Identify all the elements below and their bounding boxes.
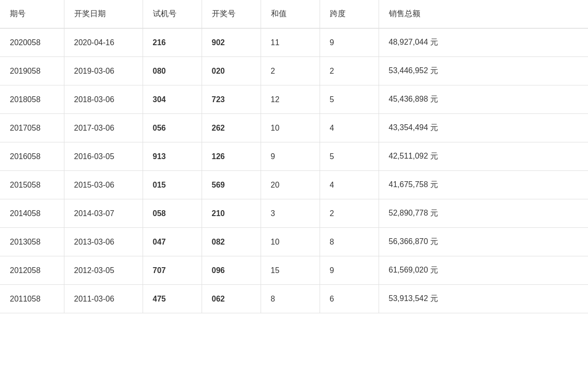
table-row: 20150582015-03-0601556920441,675,758 元 <box>0 171 588 199</box>
col-header-sum: 和值 <box>261 0 320 28</box>
lottery-table-container: 期号 开奖日期 试机号 开奖号 和值 跨度 销售总额 20200582020-0… <box>0 0 588 313</box>
table-row: 20170582017-03-0605626210443,354,494 元 <box>0 114 588 142</box>
cell-trial: 015 <box>143 171 202 199</box>
cell-date: 2016-03-05 <box>64 142 143 171</box>
cell-sales: 41,675,758 元 <box>379 171 588 199</box>
cell-date: 2013-03-06 <box>64 228 143 256</box>
cell-trial: 304 <box>143 85 202 114</box>
cell-winning: 723 <box>202 85 261 114</box>
cell-sales: 43,354,494 元 <box>379 114 588 142</box>
cell-period: 2014058 <box>0 199 64 228</box>
cell-sales: 42,511,092 元 <box>379 142 588 171</box>
cell-span: 9 <box>320 28 379 57</box>
cell-date: 2018-03-06 <box>64 85 143 114</box>
cell-period: 2015058 <box>0 171 64 199</box>
cell-winning: 262 <box>202 114 261 142</box>
cell-trial: 913 <box>143 142 202 171</box>
cell-sales: 52,890,778 元 <box>379 199 588 228</box>
cell-winning: 126 <box>202 142 261 171</box>
cell-date: 2019-03-06 <box>64 57 143 85</box>
cell-trial: 056 <box>143 114 202 142</box>
cell-sales: 53,913,542 元 <box>379 285 588 313</box>
cell-period: 2019058 <box>0 57 64 85</box>
cell-sales: 56,366,870 元 <box>379 228 588 256</box>
cell-sales: 45,436,898 元 <box>379 85 588 114</box>
col-header-period: 期号 <box>0 0 64 28</box>
table-row: 20160582016-03-059131269542,511,092 元 <box>0 142 588 171</box>
cell-date: 2014-03-07 <box>64 199 143 228</box>
table-body: 20200582020-04-1621690211948,927,044 元20… <box>0 28 588 313</box>
cell-winning: 569 <box>202 171 261 199</box>
col-header-trial: 试机号 <box>143 0 202 28</box>
table-row: 20180582018-03-0630472312545,436,898 元 <box>0 85 588 114</box>
cell-period: 2011058 <box>0 285 64 313</box>
cell-date: 2011-03-06 <box>64 285 143 313</box>
cell-trial: 216 <box>143 28 202 57</box>
cell-date: 2012-03-05 <box>64 256 143 285</box>
cell-winning: 062 <box>202 285 261 313</box>
cell-sum: 9 <box>261 142 320 171</box>
cell-trial: 475 <box>143 285 202 313</box>
cell-span: 2 <box>320 199 379 228</box>
col-header-winning: 开奖号 <box>202 0 261 28</box>
cell-sales: 48,927,044 元 <box>379 28 588 57</box>
cell-trial: 047 <box>143 228 202 256</box>
col-header-span: 跨度 <box>320 0 379 28</box>
cell-span: 4 <box>320 171 379 199</box>
cell-sum: 2 <box>261 57 320 85</box>
cell-trial: 707 <box>143 256 202 285</box>
cell-sum: 8 <box>261 285 320 313</box>
cell-sum: 20 <box>261 171 320 199</box>
cell-period: 2012058 <box>0 256 64 285</box>
col-header-sales: 销售总额 <box>379 0 588 28</box>
cell-period: 2017058 <box>0 114 64 142</box>
cell-period: 2018058 <box>0 85 64 114</box>
cell-winning: 020 <box>202 57 261 85</box>
cell-trial: 080 <box>143 57 202 85</box>
cell-sum: 10 <box>261 228 320 256</box>
table-row: 20200582020-04-1621690211948,927,044 元 <box>0 28 588 57</box>
cell-span: 9 <box>320 256 379 285</box>
cell-winning: 096 <box>202 256 261 285</box>
cell-trial: 058 <box>143 199 202 228</box>
cell-span: 5 <box>320 142 379 171</box>
cell-span: 5 <box>320 85 379 114</box>
cell-date: 2017-03-06 <box>64 114 143 142</box>
lottery-table: 期号 开奖日期 试机号 开奖号 和值 跨度 销售总额 20200582020-0… <box>0 0 588 313</box>
table-row: 20140582014-03-070582103252,890,778 元 <box>0 199 588 228</box>
table-header-row: 期号 开奖日期 试机号 开奖号 和值 跨度 销售总额 <box>0 0 588 28</box>
table-row: 20190582019-03-060800202253,446,952 元 <box>0 57 588 85</box>
cell-sum: 3 <box>261 199 320 228</box>
cell-sum: 12 <box>261 85 320 114</box>
cell-sum: 15 <box>261 256 320 285</box>
cell-sum: 11 <box>261 28 320 57</box>
cell-period: 2020058 <box>0 28 64 57</box>
cell-date: 2015-03-06 <box>64 171 143 199</box>
cell-span: 8 <box>320 228 379 256</box>
col-header-date: 开奖日期 <box>64 0 143 28</box>
table-row: 20130582013-03-0604708210856,366,870 元 <box>0 228 588 256</box>
cell-span: 2 <box>320 57 379 85</box>
table-row: 20110582011-03-064750628653,913,542 元 <box>0 285 588 313</box>
cell-span: 6 <box>320 285 379 313</box>
cell-winning: 210 <box>202 199 261 228</box>
cell-date: 2020-04-16 <box>64 28 143 57</box>
cell-period: 2013058 <box>0 228 64 256</box>
cell-sum: 10 <box>261 114 320 142</box>
table-row: 20120582012-03-0570709615961,569,020 元 <box>0 256 588 285</box>
cell-winning: 902 <box>202 28 261 57</box>
cell-sales: 61,569,020 元 <box>379 256 588 285</box>
cell-sales: 53,446,952 元 <box>379 57 588 85</box>
cell-winning: 082 <box>202 228 261 256</box>
cell-period: 2016058 <box>0 142 64 171</box>
cell-span: 4 <box>320 114 379 142</box>
